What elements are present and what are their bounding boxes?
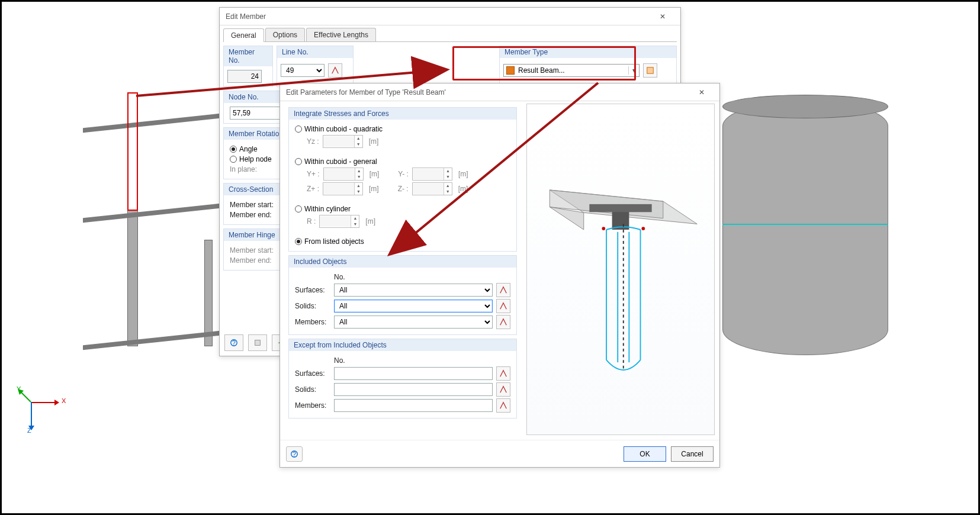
pick-line-icon[interactable]: [328, 63, 342, 78]
group-member-no: Member No.: [223, 46, 273, 87]
cancel-button[interactable]: Cancel: [671, 446, 714, 462]
svg-text:?: ?: [232, 339, 236, 346]
edit-parameters-titlebar[interactable]: Edit Parameters for Member of Type 'Resu…: [280, 83, 719, 101]
pick-surfaces-icon[interactable]: [496, 283, 510, 297]
pick-except-solids-icon[interactable]: [496, 382, 510, 397]
included-solids-combo[interactable]: All: [334, 300, 493, 313]
svg-point-12: [641, 227, 645, 230]
member-type-combo[interactable]: Result Beam... ▾: [503, 64, 640, 77]
svg-line-0: [20, 391, 31, 402]
yz-spinner[interactable]: ▲▼: [323, 135, 363, 148]
selected-member-highlight: [127, 92, 138, 211]
radio-from-listed[interactable]: From listed objects: [295, 237, 364, 246]
edit-parameters-dialog: Edit Parameters for Member of Type 'Resu…: [279, 83, 720, 468]
tab-general[interactable]: General: [223, 28, 264, 42]
radio-cylinder[interactable]: Within cylinder: [295, 205, 351, 213]
help-icon[interactable]: ?: [286, 446, 303, 462]
svg-point-11: [602, 227, 605, 230]
result-beam-preview: [527, 104, 714, 434]
group-except-objects: Except from Included Objects No. Surface…: [288, 339, 517, 419]
pick-except-surfaces-icon[interactable]: [496, 366, 510, 381]
group-included-objects: Included Objects No. Surfaces: All Solid…: [288, 255, 517, 335]
svg-rect-10: [589, 204, 651, 212]
preview-pane: [526, 104, 715, 435]
type-swatch-icon: [506, 66, 515, 75]
tab-effective-lengths[interactable]: Effective Lengths: [306, 28, 376, 41]
close-icon[interactable]: ✕: [690, 84, 714, 101]
params-button-bar: ? OK Cancel: [280, 440, 719, 467]
radio-angle[interactable]: Angle: [230, 145, 258, 153]
pick-members-icon[interactable]: [496, 315, 510, 329]
svg-text:?: ?: [293, 450, 296, 457]
edit-member-titlebar[interactable]: Edit Member ✕: [220, 8, 680, 25]
included-members-combo[interactable]: All: [334, 316, 493, 329]
group-integrate: Integrate Stresses and Forces Within cub…: [288, 107, 517, 252]
except-solids-input[interactable]: [334, 383, 493, 396]
scene-cylinder-top: [722, 95, 888, 118]
except-surfaces-input[interactable]: [334, 367, 493, 380]
chevron-down-icon: ▾: [628, 66, 639, 75]
radio-help-node[interactable]: Help node: [230, 155, 272, 163]
help-icon[interactable]: ?: [224, 334, 243, 351]
member-type-edit-icon[interactable]: [643, 63, 657, 78]
svg-rect-2: [647, 67, 654, 74]
zm-spinner[interactable]: ▲▼: [412, 182, 452, 195]
group-line-no: Line No. 49: [277, 46, 354, 87]
r-spinner[interactable]: ▲▼: [319, 215, 359, 228]
edit-member-title: Edit Member: [226, 8, 266, 25]
radio-cuboid-quadratic[interactable]: Within cuboid - quadratic: [295, 125, 383, 133]
edit-member-tabs: General Options Effective Lengths: [223, 28, 677, 42]
group-member-type: Member Type Result Beam... ▾: [499, 46, 677, 87]
ym-spinner[interactable]: ▲▼: [412, 168, 452, 181]
included-surfaces-combo[interactable]: All: [334, 284, 493, 297]
member-no-input[interactable]: [227, 70, 262, 83]
scene-building: [77, 86, 231, 364]
tool-icon-1[interactable]: [248, 334, 267, 351]
pick-except-members-icon[interactable]: [496, 398, 510, 413]
node-no-input[interactable]: [230, 107, 283, 120]
pick-solids-icon[interactable]: [496, 299, 510, 313]
yp-spinner[interactable]: ▲▼: [323, 168, 364, 181]
zp-spinner[interactable]: ▲▼: [323, 182, 363, 195]
except-members-input[interactable]: [334, 399, 493, 412]
axes-triad: X Y Z: [13, 394, 60, 435]
scene-cylinder-line: [722, 224, 888, 225]
scene-cylinder: [722, 101, 888, 355]
svg-rect-5: [255, 340, 261, 346]
tab-options[interactable]: Options: [265, 28, 305, 41]
radio-cuboid-general[interactable]: Within cuboid - general: [295, 157, 377, 166]
line-no-combo[interactable]: 49: [281, 64, 324, 77]
ok-button[interactable]: OK: [624, 446, 666, 462]
edit-parameters-title: Edit Parameters for Member of Type 'Resu…: [286, 83, 446, 101]
close-icon[interactable]: ✕: [651, 8, 674, 25]
svg-marker-8: [550, 207, 583, 230]
